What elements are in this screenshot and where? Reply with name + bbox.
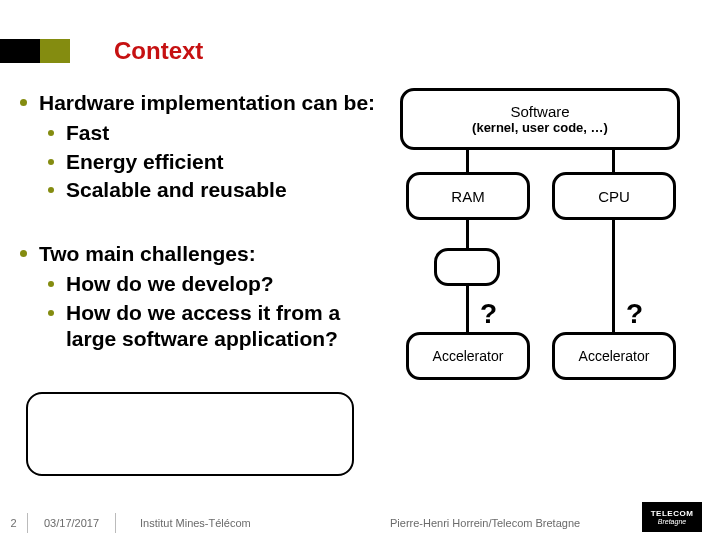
sub-item: How do we develop? xyxy=(48,271,384,297)
footer: 2 03/17/2017 Institut Mines-Télécom Pier… xyxy=(0,506,720,540)
sub-text: Fast xyxy=(66,120,109,146)
bullet-1-subs: Fast Energy efficient Scalable and reusa… xyxy=(48,120,384,203)
diagram-accelerator-2-box: Accelerator xyxy=(552,332,676,380)
sub-item: How do we access it from a large softwar… xyxy=(48,300,384,353)
connector xyxy=(466,286,469,334)
sub-text: Energy efficient xyxy=(66,149,224,175)
diagram-question-2: ? xyxy=(626,298,643,330)
title-bar: Context xyxy=(0,30,720,72)
sub-text: Scalable and reusable xyxy=(66,177,287,203)
connector xyxy=(466,150,469,174)
diagram-ram-box: RAM xyxy=(406,172,530,220)
accent-black xyxy=(0,39,40,63)
diagram-empty-box xyxy=(434,248,500,286)
page-number: 2 xyxy=(0,513,28,533)
bullet-icon xyxy=(48,187,54,193)
sub-item: Scalable and reusable xyxy=(48,177,384,203)
diagram-question-1: ? xyxy=(480,298,497,330)
bullet-2: Two main challenges: xyxy=(20,241,384,267)
diagram-accelerator-2-label: Accelerator xyxy=(579,348,650,364)
diagram-accelerator-1-label: Accelerator xyxy=(433,348,504,364)
diagram-software-l1: Software xyxy=(510,103,569,120)
sub-text: How do we access it from a large softwar… xyxy=(66,300,384,353)
logo-line-1: TELECOM xyxy=(651,509,694,518)
connector xyxy=(466,220,469,250)
bullet-2-subs: How do we develop? How do we access it f… xyxy=(48,271,384,352)
bullet-1: Hardware implementation can be: xyxy=(20,90,384,116)
bullet-icon xyxy=(48,159,54,165)
right-column: Software (kernel, user code, …) RAM CPU … xyxy=(394,80,700,490)
footer-date: 03/17/2017 xyxy=(28,513,116,533)
connector xyxy=(612,260,615,334)
sub-text: How do we develop? xyxy=(66,271,274,297)
accent-gap xyxy=(70,39,84,63)
logo-line-2: Bretagne xyxy=(658,518,686,525)
highlight-box xyxy=(26,392,354,476)
sub-item: Energy efficient xyxy=(48,149,384,175)
bullet-2-text: Two main challenges: xyxy=(39,241,256,267)
footer-institution: Institut Mines-Télécom xyxy=(116,517,275,529)
slide: Context Hardware implementation can be: … xyxy=(0,0,720,540)
diagram-ram-label: RAM xyxy=(451,188,484,205)
bullet-icon xyxy=(48,281,54,287)
diagram-software-box: Software (kernel, user code, …) xyxy=(400,88,680,150)
bullet-icon xyxy=(48,130,54,136)
diagram-software-l2: (kernel, user code, …) xyxy=(472,120,608,135)
connector xyxy=(612,220,615,260)
bullet-icon xyxy=(20,250,27,257)
bullet-icon xyxy=(48,310,54,316)
bullet-1-text: Hardware implementation can be: xyxy=(39,90,375,116)
diagram-accelerator-1-box: Accelerator xyxy=(406,332,530,380)
diagram-cpu-box: CPU xyxy=(552,172,676,220)
diagram-cpu-label: CPU xyxy=(598,188,630,205)
bullet-icon xyxy=(20,99,27,106)
accent-olive xyxy=(40,39,70,63)
telecom-logo: TELECOM Bretagne xyxy=(642,502,702,532)
footer-author: Pierre-Henri Horrein/Telecom Bretagne xyxy=(390,517,580,529)
sub-item: Fast xyxy=(48,120,384,146)
slide-title: Context xyxy=(114,37,203,65)
connector xyxy=(612,150,615,174)
title-accent xyxy=(0,39,84,63)
